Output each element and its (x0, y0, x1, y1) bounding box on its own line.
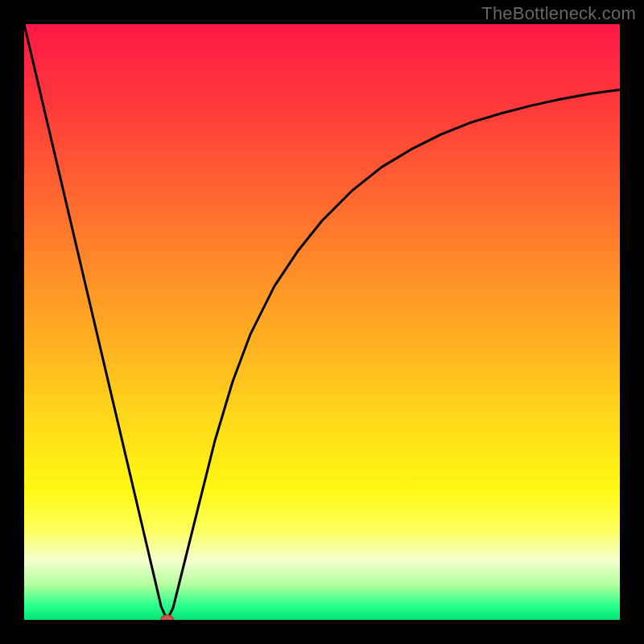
chart-svg (24, 24, 620, 620)
gradient-rect (24, 24, 620, 620)
plot-area (24, 24, 620, 620)
optimal-point-marker (161, 615, 174, 620)
attribution-label: TheBottleneck.com (481, 3, 636, 24)
chart-frame: TheBottleneck.com (0, 0, 644, 644)
